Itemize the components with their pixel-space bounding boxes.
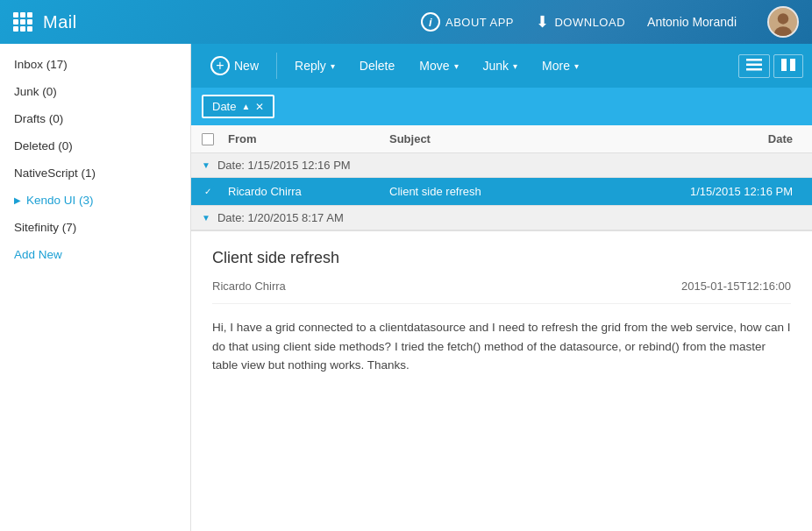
user-name: Antonio Morandi bbox=[647, 15, 737, 29]
download-icon: ⬇ bbox=[536, 12, 550, 32]
header-date: Date bbox=[659, 132, 801, 145]
email-row-1[interactable]: Ricardo Chirra Client side refresh 1/15/… bbox=[191, 178, 812, 206]
split-view-button[interactable] bbox=[773, 54, 803, 78]
preview-body: Hi, I have a grid connected to a clientd… bbox=[212, 318, 791, 375]
sidebar-item-deleted[interactable]: Deleted (0) bbox=[0, 132, 190, 159]
row-from-1: Ricardo Chirra bbox=[228, 185, 389, 198]
sidebar: Inbox (17) Junk (0) Drafts (0) Deleted (… bbox=[0, 44, 191, 531]
row-checkbox-1[interactable] bbox=[202, 186, 214, 198]
header-from: From bbox=[228, 132, 389, 145]
group-row-2[interactable]: ▼ Date: 1/20/2015 8:17 AM bbox=[191, 206, 812, 230]
sidebar-item-kendo-label: Kendo UI (3) bbox=[26, 194, 94, 207]
sidebar-item-nativescript[interactable]: NativeScript (1) bbox=[0, 159, 190, 187]
toolbar: + New Reply Delete Move Junk More bbox=[191, 44, 812, 88]
remove-filter-icon[interactable]: ✕ bbox=[255, 101, 264, 113]
new-button[interactable]: + New bbox=[200, 51, 269, 81]
sidebar-item-inbox-label: Inbox (17) bbox=[14, 58, 68, 71]
sidebar-item-nativescript-label: NativeScript (1) bbox=[14, 166, 96, 180]
date-filter-chip[interactable]: Date ▲ ✕ bbox=[202, 95, 274, 118]
new-icon: + bbox=[210, 56, 230, 75]
add-new-button[interactable]: Add New bbox=[0, 241, 190, 268]
about-label: ABOUT APP bbox=[445, 16, 514, 29]
select-all-checkbox[interactable] bbox=[202, 133, 214, 145]
sidebar-item-drafts-label: Drafts (0) bbox=[14, 112, 63, 125]
preview-sender: Ricardo Chirra bbox=[212, 280, 286, 293]
sidebar-item-junk[interactable]: Junk (0) bbox=[0, 78, 190, 105]
sidebar-item-deleted-label: Deleted (0) bbox=[14, 139, 73, 152]
download-link[interactable]: ⬇ DOWNLOAD bbox=[536, 12, 625, 32]
reply-button[interactable]: Reply bbox=[284, 53, 345, 78]
apps-icon[interactable] bbox=[13, 12, 32, 32]
junk-button[interactable]: Junk bbox=[473, 53, 529, 78]
email-list: From Subject Date ▼ Date: 1/15/2015 12:1… bbox=[191, 125, 812, 230]
list-view-button[interactable] bbox=[738, 54, 770, 78]
top-header: Mail i ABOUT APP ⬇ DOWNLOAD Antonio Mora… bbox=[0, 0, 812, 44]
move-button[interactable]: Move bbox=[409, 53, 468, 78]
about-link[interactable]: i ABOUT APP bbox=[421, 12, 514, 32]
group-row-1[interactable]: ▼ Date: 1/15/2015 12:16 PM bbox=[191, 153, 812, 178]
nav-links: i ABOUT APP ⬇ DOWNLOAD Antonio Morandi bbox=[421, 6, 799, 38]
sidebar-item-sitefinity-label: Sitefinity (7) bbox=[14, 221, 76, 234]
info-icon: i bbox=[421, 12, 440, 32]
list-header: From Subject Date bbox=[191, 125, 812, 153]
download-label: DOWNLOAD bbox=[554, 16, 625, 29]
row-date-1: 1/15/2015 12:16 PM bbox=[659, 185, 801, 198]
delete-button[interactable]: Delete bbox=[349, 53, 405, 78]
app-title: Mail bbox=[43, 12, 77, 32]
sidebar-item-drafts[interactable]: Drafts (0) bbox=[0, 105, 190, 132]
chevron-icon: ▶ bbox=[14, 195, 21, 205]
sidebar-item-inbox[interactable]: Inbox (17) bbox=[0, 51, 190, 78]
svg-point-1 bbox=[778, 13, 788, 24]
group-label-2: Date: 1/20/2015 8:17 AM bbox=[217, 211, 344, 224]
group-label-1: Date: 1/15/2015 12:16 PM bbox=[217, 159, 351, 172]
email-preview: Client side refresh Ricardo Chirra 2015-… bbox=[191, 230, 812, 531]
preview-title: Client side refresh bbox=[212, 249, 791, 267]
sidebar-item-kendo[interactable]: ▶ Kendo UI (3) bbox=[0, 187, 190, 214]
collapse-icon-2: ▼ bbox=[202, 213, 210, 223]
content-area: + New Reply Delete Move Junk More bbox=[191, 44, 812, 531]
collapse-icon-1: ▼ bbox=[202, 160, 210, 170]
preview-meta: Ricardo Chirra 2015-01-15T12:16:00 bbox=[212, 280, 791, 304]
header-subject: Subject bbox=[389, 132, 659, 145]
svg-rect-3 bbox=[746, 59, 762, 61]
filter-chip-label: Date bbox=[212, 100, 236, 113]
svg-rect-7 bbox=[790, 59, 795, 71]
svg-rect-5 bbox=[746, 68, 762, 71]
filter-bar: Date ▲ ✕ bbox=[191, 88, 812, 125]
more-button[interactable]: More bbox=[531, 53, 589, 78]
row-check-1[interactable] bbox=[202, 186, 228, 198]
main-layout: Inbox (17) Junk (0) Drafts (0) Deleted (… bbox=[0, 44, 812, 531]
header-check bbox=[202, 133, 228, 145]
toolbar-separator bbox=[276, 53, 277, 79]
sort-arrow-icon: ▲ bbox=[241, 102, 250, 111]
view-controls bbox=[738, 54, 803, 78]
svg-rect-6 bbox=[781, 59, 787, 71]
sidebar-item-sitefinity[interactable]: Sitefinity (7) bbox=[0, 214, 190, 241]
sidebar-item-junk-label: Junk (0) bbox=[14, 85, 57, 98]
preview-timestamp: 2015-01-15T12:16:00 bbox=[681, 280, 791, 293]
row-subject-1: Client side refresh bbox=[389, 185, 659, 198]
avatar[interactable] bbox=[767, 6, 799, 38]
svg-rect-4 bbox=[746, 63, 762, 66]
